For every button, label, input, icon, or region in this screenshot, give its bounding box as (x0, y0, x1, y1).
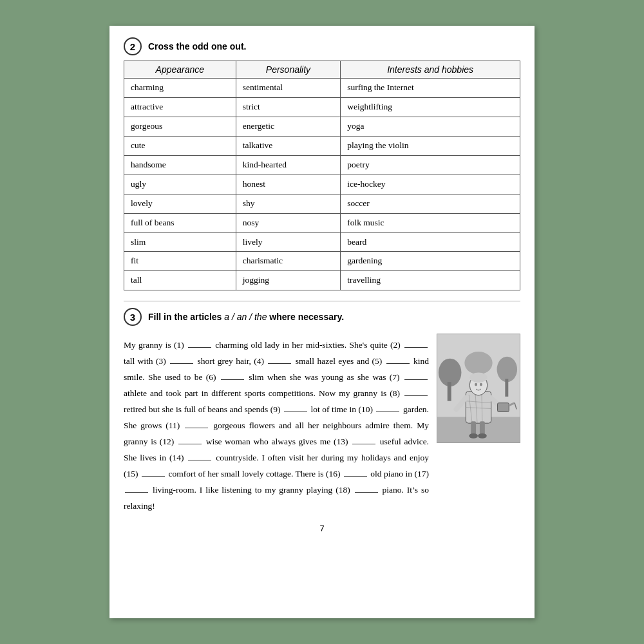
page-number: 7 (124, 524, 520, 533)
table-row: talljoggingtravelling (124, 271, 520, 290)
table-row: full of beansnosyfolk music (124, 213, 520, 232)
svg-point-24 (469, 433, 478, 439)
svg-point-2 (497, 357, 518, 382)
blank-12[interactable] (178, 444, 202, 444)
table-cell: full of beans (124, 213, 236, 232)
table-cell: gardening (341, 252, 520, 271)
text-part-0: My granny is (1) (124, 340, 187, 350)
table-cell: charismatic (236, 252, 340, 271)
text-part-15: comfort of her small lovely cottage. The… (166, 469, 343, 478)
text-part-7: athlete and took part in different sport… (124, 388, 403, 398)
svg-rect-7 (466, 392, 491, 423)
table-row: lovelyshysoccer (124, 194, 520, 213)
exercise3-paragraph: My granny is (1) charming old lady in he… (124, 331, 429, 515)
text-part-2: tall with (3) (124, 356, 169, 366)
blank-3[interactable] (170, 363, 193, 364)
instruction-text-end: where necessary. (267, 312, 344, 322)
header-interests: Interests and hobbies (341, 61, 520, 79)
text-part-8: retired but she is full of beans and spe… (124, 404, 283, 414)
svg-rect-5 (505, 379, 508, 397)
table-cell: lovely (124, 194, 236, 213)
table-row: charmingsentimentalsurfing the Internet (124, 79, 520, 98)
table-cell: kind-hearted (236, 155, 340, 175)
table-cell: charming (124, 79, 236, 98)
svg-point-16 (480, 383, 482, 386)
blank-1[interactable] (188, 347, 211, 348)
table-cell: shy (236, 194, 340, 213)
section-divider (124, 301, 520, 301)
table-cell: energetic (236, 117, 340, 136)
exercise3-instruction: Fill in the articles a / an / the where … (148, 312, 344, 322)
table-cell: lively (236, 232, 340, 252)
table-cell: gorgeous (124, 117, 236, 136)
table-cell: jogging (236, 271, 340, 290)
table-cell: weightlifting (341, 97, 520, 117)
table-cell: ice-hockey (341, 175, 520, 194)
table-cell: surfing the Internet (341, 79, 520, 98)
svg-rect-19 (498, 403, 509, 412)
table-cell: poetry (341, 155, 520, 175)
svg-rect-23 (480, 422, 485, 436)
table-cell: nosy (236, 213, 340, 232)
blank-9[interactable] (284, 412, 307, 412)
text-part-4: small hazel eyes and (5) (292, 356, 384, 366)
svg-point-14 (469, 373, 488, 383)
blank-16[interactable] (344, 476, 367, 477)
blank-4[interactable] (268, 363, 291, 364)
table-cell: fit (124, 252, 236, 271)
table-row: fitcharismaticgardening (124, 252, 520, 271)
vocabulary-table: Appearance Personality Interests and hob… (124, 61, 520, 290)
exercise2-number: 2 (124, 37, 142, 55)
table-row: attractivestrictweightlifting (124, 97, 520, 117)
table-header-row: Appearance Personality Interests and hob… (124, 61, 520, 79)
granny-illustration (437, 334, 520, 442)
svg-rect-4 (448, 382, 451, 401)
table-cell: travelling (341, 271, 520, 290)
text-part-1: charming old lady in her mid-sixties. Sh… (213, 340, 403, 350)
articles-text: a / an / the (224, 312, 267, 322)
blank-5[interactable] (386, 363, 410, 364)
header-appearance: Appearance (124, 61, 236, 79)
text-part-3: short grey hair, (4) (194, 356, 267, 366)
table-cell: honest (236, 175, 340, 194)
text-part-9: lot of time in (10) (308, 404, 375, 414)
table-cell: folk music (341, 213, 520, 232)
instruction-text-start: Fill in the articles (148, 312, 224, 322)
table-cell: slim (124, 232, 236, 252)
table-row: handsomekind-heartedpoetry (124, 155, 520, 175)
blank-10[interactable] (376, 412, 399, 412)
blank-15[interactable] (142, 476, 165, 477)
blank-2[interactable] (404, 347, 428, 348)
blank-11[interactable] (185, 428, 208, 428)
table-row: cutetalkativeplaying the violin (124, 136, 520, 155)
table-cell: handsome (124, 155, 236, 175)
exercise3-image (437, 334, 520, 443)
table-cell: strict (236, 97, 340, 117)
table-cell: sentimental (236, 79, 340, 98)
blank-8[interactable] (404, 395, 428, 396)
exercise3-text: My granny is (1) charming old lady in he… (124, 337, 429, 515)
blank-17[interactable] (125, 492, 148, 493)
blank-14[interactable] (188, 460, 211, 460)
text-part-17: living-room. I like listening to my gran… (149, 485, 354, 495)
table-cell: talkative (236, 136, 340, 155)
table-cell: yoga (341, 117, 520, 136)
table-row: slimlivelybeard (124, 232, 520, 252)
exercise3-number: 3 (124, 308, 142, 326)
table-cell: cute (124, 136, 236, 155)
blank-7[interactable] (404, 379, 428, 380)
header-personality: Personality (236, 61, 340, 79)
table-cell: soccer (341, 194, 520, 213)
svg-rect-22 (471, 422, 476, 436)
text-part-16: old piano in (17) (368, 469, 429, 478)
table-cell: tall (124, 271, 236, 290)
exercise3-section: 3 Fill in the articles a / an / the wher… (124, 308, 520, 515)
text-part-6: slim when she was young as she was (7) (245, 372, 403, 382)
svg-point-3 (464, 352, 492, 374)
blank-13[interactable] (352, 444, 375, 444)
exercise2-header: 2 Cross the odd one out. (124, 37, 520, 55)
exercise3-content: My granny is (1) charming old lady in he… (124, 331, 520, 515)
blank-6[interactable] (221, 379, 244, 380)
blank-18[interactable] (355, 492, 378, 493)
page: 2 Cross the odd one out. Appearance Pers… (109, 26, 535, 618)
